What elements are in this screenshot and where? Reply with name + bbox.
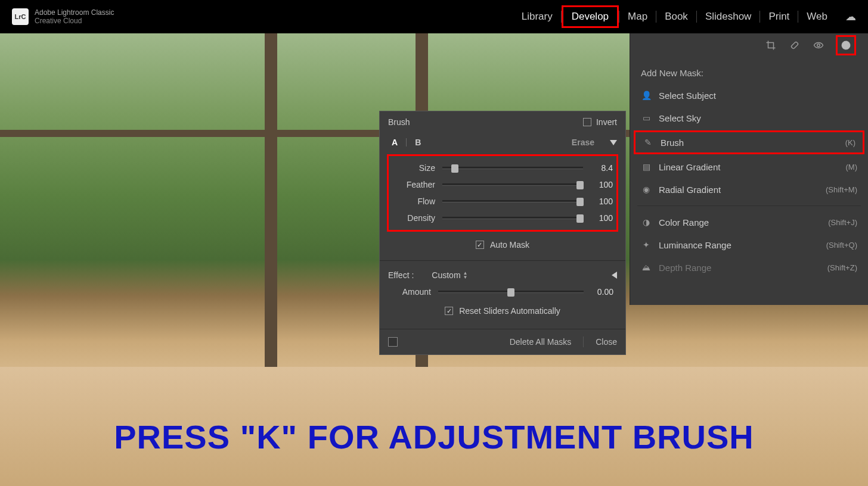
auto-mask-checkbox[interactable] bbox=[476, 241, 484, 249]
module-map[interactable]: Map bbox=[619, 7, 656, 26]
reset-sliders-label: Reset Sliders Automatically bbox=[459, 306, 560, 316]
sky-icon: ▭ bbox=[641, 113, 652, 123]
erase-button[interactable]: Erase bbox=[572, 138, 594, 147]
app-logo: LrC bbox=[12, 8, 29, 25]
close-button[interactable]: Close bbox=[596, 337, 617, 347]
add-new-mask-label: Add New Mask: bbox=[630, 57, 868, 84]
auto-mask-label: Auto Mask bbox=[490, 240, 529, 250]
radial-gradient-icon: ◉ bbox=[641, 184, 652, 195]
brush-shortcut: (K) bbox=[845, 138, 855, 147]
mask-color-range[interactable]: ◑ Color Range (Shift+J) bbox=[630, 211, 868, 233]
masking-tool-icon[interactable] bbox=[836, 35, 856, 55]
heal-tool-icon[interactable] bbox=[788, 39, 801, 52]
top-bar: LrC Adobe Lightroom Classic Creative Clo… bbox=[0, 0, 868, 33]
module-library[interactable]: Library bbox=[513, 7, 561, 26]
module-develop[interactable]: Develop bbox=[562, 5, 619, 28]
expand-left-icon[interactable] bbox=[612, 272, 617, 279]
size-label: Size bbox=[392, 163, 435, 173]
brush-icon: ✎ bbox=[643, 137, 653, 148]
mask-brush[interactable]: ✎ Brush (K) bbox=[634, 130, 864, 154]
size-slider[interactable] bbox=[442, 167, 583, 169]
module-book[interactable]: Book bbox=[656, 7, 696, 26]
mask-radial-gradient[interactable]: ◉ Radial Gradient (Shift+M) bbox=[630, 178, 868, 201]
mask-toggle-switch[interactable] bbox=[388, 337, 398, 347]
module-web[interactable]: Web bbox=[798, 7, 836, 26]
density-value: 100 bbox=[590, 213, 613, 223]
tutorial-annotation: PRESS "K" FOR ADJUSTMENT BRUSH bbox=[0, 418, 868, 456]
effect-label: Effect : bbox=[388, 270, 414, 280]
svg-rect-0 bbox=[791, 42, 799, 49]
brush-b-button[interactable]: B bbox=[411, 136, 424, 148]
app-title: Adobe Lightroom Classic Creative Cloud bbox=[35, 8, 114, 26]
feather-slider[interactable] bbox=[442, 183, 583, 186]
amount-label: Amount bbox=[388, 287, 431, 297]
brush-a-button[interactable]: A bbox=[388, 136, 401, 148]
updown-icon: ▲▼ bbox=[463, 271, 468, 279]
collapse-icon[interactable] bbox=[610, 140, 617, 145]
module-picker: Library Develop Map Book Slideshow Print… bbox=[513, 5, 856, 28]
brush-settings-panel: Brush Invert A B Erase Size 8.4 Feather … bbox=[379, 111, 626, 355]
cloud-sync-icon[interactable]: ☁ bbox=[845, 10, 856, 23]
workspace: PRESS "K" FOR ADJUSTMENT BRUSH Brush Inv… bbox=[0, 33, 868, 486]
feather-label: Feather bbox=[392, 180, 435, 189]
amount-value: 0.00 bbox=[591, 287, 613, 297]
depth-range-icon: ⛰ bbox=[641, 262, 652, 273]
effect-dropdown[interactable]: Custom ▲▼ bbox=[432, 270, 467, 280]
person-icon: 👤 bbox=[641, 90, 652, 101]
crop-tool-icon[interactable] bbox=[764, 39, 777, 52]
mask-select-subject[interactable]: 👤 Select Subject bbox=[630, 84, 868, 107]
brush-panel-title: Brush bbox=[388, 117, 410, 127]
delete-all-masks-button[interactable]: Delete All Masks bbox=[510, 337, 571, 347]
mask-select-sky[interactable]: ▭ Select Sky bbox=[630, 107, 868, 129]
feather-value: 100 bbox=[590, 180, 613, 189]
mask-luminance-range[interactable]: ✦ Luminance Range (Shift+Q) bbox=[630, 233, 868, 256]
density-slider[interactable] bbox=[442, 217, 583, 219]
invert-checkbox[interactable] bbox=[583, 118, 591, 126]
mask-depth-range: ⛰ Depth Range (Shift+Z) bbox=[630, 256, 868, 279]
flow-value: 100 bbox=[590, 197, 613, 206]
luminance-range-icon: ✦ bbox=[641, 239, 652, 250]
brush-sliders-highlight: Size 8.4 Feather 100 Flow 100 Density 10… bbox=[387, 154, 618, 232]
density-label: Density bbox=[392, 213, 435, 223]
mask-panel: Add New Mask: 👤 Select Subject ▭ Select … bbox=[630, 33, 868, 305]
reset-sliders-checkbox[interactable] bbox=[445, 307, 453, 315]
flow-label: Flow bbox=[392, 197, 435, 206]
invert-label: Invert bbox=[596, 117, 617, 127]
module-slideshow[interactable]: Slideshow bbox=[697, 7, 760, 26]
svg-point-1 bbox=[817, 44, 820, 47]
redeye-tool-icon[interactable] bbox=[812, 39, 825, 52]
module-print[interactable]: Print bbox=[760, 7, 798, 26]
amount-slider[interactable] bbox=[438, 291, 584, 293]
flow-slider[interactable] bbox=[442, 200, 583, 202]
linear-gradient-icon: ▤ bbox=[641, 161, 652, 172]
color-range-icon: ◑ bbox=[641, 217, 652, 228]
mask-linear-gradient[interactable]: ▤ Linear Gradient (M) bbox=[630, 155, 868, 178]
size-value: 8.4 bbox=[590, 163, 613, 173]
